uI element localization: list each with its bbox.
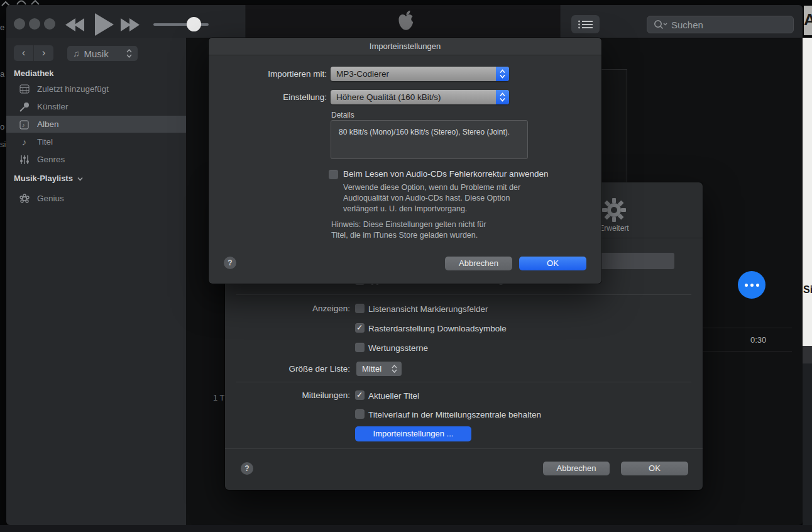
list-size-select[interactable]: Mittel xyxy=(356,362,402,376)
divider xyxy=(236,382,691,382)
svg-text:♪: ♪ xyxy=(22,122,25,128)
search-input[interactable]: Suchen xyxy=(647,16,794,33)
checkbox-label: Listenansicht Markierungsfelder xyxy=(368,304,488,314)
desktop-edge xyxy=(0,525,812,532)
sidebar-section-library: Mediathek xyxy=(14,69,54,78)
cancel-button[interactable]: Abbrechen xyxy=(543,462,610,475)
help-button[interactable]: ? xyxy=(241,462,253,475)
occluded-text-field[interactable] xyxy=(591,253,674,269)
background-app-band xyxy=(803,346,812,363)
ok-button[interactable]: OK xyxy=(621,462,688,475)
stepper-icon xyxy=(126,49,132,58)
sidebar-item-genres[interactable]: Genres xyxy=(6,151,186,168)
checkbox-error-correction[interactable] xyxy=(329,170,338,179)
checkbox-label: Titelverlauf in der Mitteilungszentrale … xyxy=(368,410,541,419)
chevron-down-icon xyxy=(77,177,83,181)
nav-back-button[interactable]: ‹ xyxy=(14,45,34,61)
checkbox-label: Rasterdarstellung Downloadsymbole xyxy=(368,324,507,333)
sidebar-item-label: Titel xyxy=(37,137,53,147)
stepper-icon xyxy=(496,90,509,104)
nav-forward-button[interactable]: › xyxy=(34,45,53,61)
import-with-select[interactable]: MP3-Codierer xyxy=(331,67,509,81)
edge-text-fragment: si xyxy=(0,140,6,149)
import-with-value: MP3-Codierer xyxy=(336,69,389,79)
checkbox-grid-download-icons[interactable] xyxy=(355,323,365,333)
stepper-icon xyxy=(496,67,509,81)
row-divider xyxy=(703,328,792,328)
error-correction-label: Beim Lesen von Audio-CDs Fehlerkorrektur… xyxy=(343,169,548,179)
setting-label: Einstellung: xyxy=(233,92,327,102)
error-correction-description: Verwende diese Option, wenn du Probleme … xyxy=(343,182,520,214)
sidebar-item-albums[interactable]: ♪ Alben xyxy=(6,116,186,133)
edge-text-fragment: a xyxy=(0,69,4,79)
sidebar-section-playlists[interactable]: Musik-Playlists xyxy=(14,174,83,183)
window-close-button[interactable] xyxy=(14,18,25,30)
display-section-label: Anzeigen: xyxy=(250,304,350,313)
checkbox-keep-history[interactable] xyxy=(355,409,365,419)
dialog-title: Importeinstellungen xyxy=(370,42,441,51)
search-icon xyxy=(654,19,667,30)
divider xyxy=(236,294,691,295)
sliders-icon xyxy=(19,155,30,165)
sidebar-item-label: Genius xyxy=(37,194,64,203)
volume-slider-knob[interactable] xyxy=(187,17,201,31)
genius-icon xyxy=(19,194,30,204)
screen: e a o si xyxy=(0,0,812,532)
previous-track-button[interactable] xyxy=(65,18,84,31)
sidebar-item-songs[interactable]: ♪ Titel xyxy=(6,133,186,150)
play-button[interactable] xyxy=(94,13,114,36)
list-view-icon xyxy=(578,20,593,29)
window-zoom-button[interactable] xyxy=(44,18,55,30)
list-size-value: Mittel xyxy=(362,362,392,376)
window-minimize-button[interactable] xyxy=(29,18,40,30)
background-app-tab: A xyxy=(804,6,812,35)
song-note-icon: ♪ xyxy=(19,136,30,147)
details-text: 80 kBit/s (Mono)/160 kBit/s (Stereo), St… xyxy=(339,128,520,136)
checkbox-star-ratings[interactable] xyxy=(355,343,365,352)
checkbox-list-view-checkmarks[interactable] xyxy=(355,304,365,313)
background-app-page: Si xyxy=(803,38,812,346)
sidebar-item-label: Zuletzt hinzugefügt xyxy=(37,84,109,94)
sidebar: ‹ › ♫ Musik Mediathek Zuletzt hinzugefüg… xyxy=(6,38,186,525)
music-note-icon: ♫ xyxy=(73,48,80,58)
details-box: 80 kBit/s (Mono)/160 kBit/s (Stereo), St… xyxy=(331,120,528,159)
background-window-curve-icon xyxy=(16,0,26,5)
edge-text-fragment: e xyxy=(0,23,4,32)
library-selector[interactable]: ♫ Musik xyxy=(67,46,138,61)
gear-icon[interactable] xyxy=(601,197,627,223)
library-selector-value: Musik xyxy=(84,48,127,59)
background-app-band xyxy=(803,363,812,532)
setting-select[interactable]: Höhere Qualität (160 kBit/s) xyxy=(331,90,509,104)
cancel-button[interactable]: Abbrechen xyxy=(445,257,512,270)
sidebar-section-playlists-label: Musik-Playlists xyxy=(14,174,73,183)
view-switcher-button[interactable] xyxy=(571,15,600,33)
dialog-titlebar[interactable]: Importeinstellungen xyxy=(209,38,601,55)
apple-logo-icon xyxy=(397,9,415,33)
notifications-section-label: Mitteilungen: xyxy=(250,391,350,400)
sidebar-item-artists[interactable]: Künstler xyxy=(6,98,186,115)
lcd-display xyxy=(245,5,561,38)
list-size-label: Größe der Liste: xyxy=(250,364,350,374)
next-track-button[interactable] xyxy=(121,18,140,31)
grid-icon xyxy=(19,84,30,94)
album-icon: ♪ xyxy=(19,119,30,130)
sidebar-item-genius[interactable]: Genius xyxy=(6,190,186,207)
sidebar-item-label: Alben xyxy=(37,119,59,129)
sidebar-item-recently-added[interactable]: Zuletzt hinzugefügt xyxy=(6,80,186,97)
import-settings-dialog: Importeinstellungen Importieren mit: MP3… xyxy=(209,38,601,284)
microphone-icon xyxy=(19,102,30,112)
ok-button[interactable]: OK xyxy=(519,257,586,270)
more-options-button[interactable] xyxy=(738,271,765,299)
note-text: Hinweis: Diese Einstellungen gelten nich… xyxy=(331,219,486,241)
setting-value: Höhere Qualität (160 kBit/s) xyxy=(336,92,441,102)
import-settings-button[interactable]: Importeinstellungen ... xyxy=(355,426,471,441)
background-window-chevron-icon xyxy=(31,0,40,5)
help-button[interactable]: ? xyxy=(224,257,236,269)
track-duration: 0:30 xyxy=(750,335,766,345)
sidebar-item-label: Genres xyxy=(37,155,65,164)
edge-text-fragment: o xyxy=(0,122,4,131)
row-divider xyxy=(703,351,792,352)
checkbox-label: Aktueller Titel xyxy=(368,391,419,401)
track-count-fragment: 1 T xyxy=(213,393,225,402)
checkbox-current-song[interactable] xyxy=(355,391,365,400)
